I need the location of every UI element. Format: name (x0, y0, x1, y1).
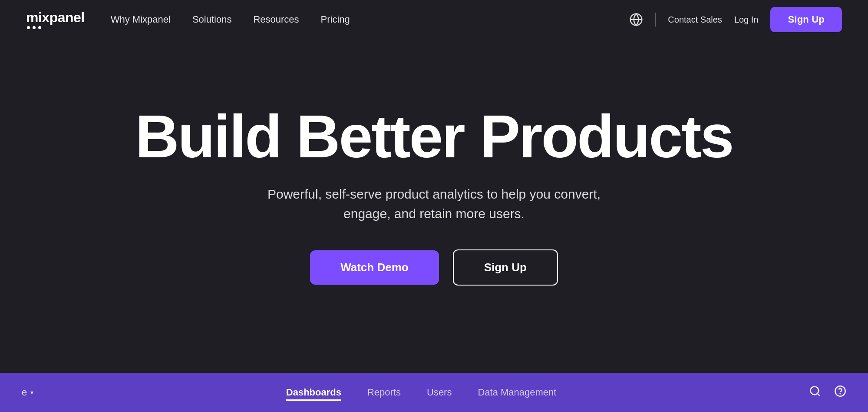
help-icon[interactable] (834, 385, 846, 400)
svg-point-2 (811, 386, 819, 395)
hero-title: Build Better Products (135, 106, 733, 167)
svg-line-3 (817, 393, 819, 395)
app-bar-link-reports[interactable]: Reports (367, 387, 401, 398)
hero-buttons: Watch Demo Sign Up (310, 249, 558, 286)
nav-links: Why Mixpanel Solutions Resources Pricing (111, 14, 350, 25)
log-in-link[interactable]: Log In (734, 15, 759, 25)
app-bar-tab-users[interactable]: Users (427, 387, 452, 398)
globe-icon[interactable] (629, 13, 643, 27)
nav-right: Contact Sales Log In Sign Up (629, 7, 842, 32)
nav-item-pricing[interactable]: Pricing (321, 14, 350, 25)
logo-dots (26, 26, 85, 29)
app-bar-link-data-management[interactable]: Data Management (478, 387, 556, 398)
logo-text: mixpanel (26, 10, 85, 24)
logo-dot-2 (33, 26, 36, 29)
search-icon[interactable] (809, 385, 821, 400)
navbar: mixpanel Why Mixpanel Solutions Resource… (0, 0, 868, 39)
sign-up-button[interactable]: Sign Up (770, 7, 842, 32)
app-bar-workspace[interactable]: e ▾ (22, 387, 33, 398)
logo-dot-3 (38, 26, 41, 29)
app-bar-tab-data-management[interactable]: Data Management (478, 387, 556, 398)
app-bar-link-dashboards[interactable]: Dashboards (286, 387, 341, 401)
nav-link-resources[interactable]: Resources (253, 14, 299, 25)
nav-left: mixpanel Why Mixpanel Solutions Resource… (26, 10, 350, 29)
logo[interactable]: mixpanel (26, 10, 85, 29)
logo-dot-1 (27, 26, 30, 29)
nav-item-solutions[interactable]: Solutions (192, 14, 232, 25)
hero-sign-up-button[interactable]: Sign Up (453, 249, 558, 286)
workspace-label: e (22, 387, 27, 398)
app-bar-link-users[interactable]: Users (427, 387, 452, 398)
app-bar-tab-reports[interactable]: Reports (367, 387, 401, 398)
nav-item-why-mixpanel[interactable]: Why Mixpanel (111, 14, 171, 25)
app-bar-tab-dashboards[interactable]: Dashboards (286, 387, 341, 398)
nav-divider (655, 13, 656, 27)
nav-link-solutions[interactable]: Solutions (192, 14, 232, 25)
watch-demo-button[interactable]: Watch Demo (310, 250, 439, 285)
chevron-down-icon: ▾ (30, 389, 33, 396)
hero-section: Build Better Products Powerful, self-ser… (0, 39, 868, 343)
nav-link-why-mixpanel[interactable]: Why Mixpanel (111, 14, 171, 25)
contact-sales-link[interactable]: Contact Sales (668, 15, 722, 25)
app-bar: e ▾ Dashboards Reports Users Data Manage… (0, 373, 868, 412)
app-bar-right (809, 385, 846, 400)
nav-link-pricing[interactable]: Pricing (321, 14, 350, 25)
hero-subtitle: Powerful, self-serve product analytics t… (261, 184, 608, 223)
nav-item-resources[interactable]: Resources (253, 14, 299, 25)
app-bar-nav: Dashboards Reports Users Data Management (286, 387, 557, 398)
